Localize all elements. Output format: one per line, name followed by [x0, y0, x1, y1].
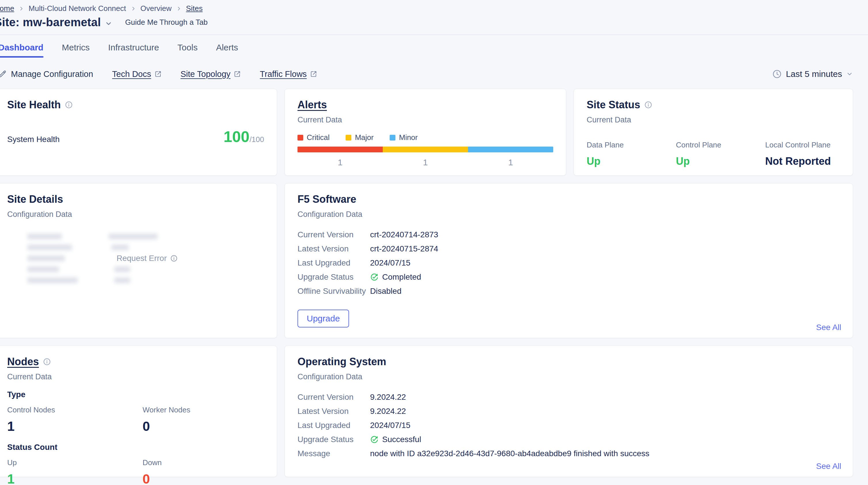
blurred-row — [7, 242, 264, 253]
see-all-link[interactable]: See All — [816, 462, 841, 471]
kv-label: Current Version — [298, 230, 370, 239]
kv-value: Disabled — [370, 286, 401, 296]
traffic-flows-label: Traffic Flows — [260, 69, 307, 79]
site-status-title: Site Status — [587, 99, 640, 111]
operating-system-title: Operating System — [298, 356, 386, 368]
blurred-label — [27, 244, 72, 250]
f5-software-title: F5 Software — [298, 193, 356, 205]
chevron-right-icon — [131, 6, 136, 11]
tab-alerts[interactable]: Alerts — [216, 42, 238, 58]
site-topology-link[interactable]: Site Topology — [181, 69, 241, 79]
info-icon[interactable] — [644, 101, 652, 109]
page-title: Site: mw-baremetal — [0, 16, 101, 29]
tab-label: Alerts — [216, 42, 238, 52]
status-label: Data Plane — [587, 141, 676, 149]
info-icon[interactable] — [43, 358, 51, 366]
kv-value: 9.2024.22 — [370, 393, 406, 402]
data-plane-status: Data Plane Up — [587, 141, 676, 167]
pencil-icon — [0, 70, 7, 78]
tab-tools[interactable]: Tools — [177, 42, 197, 58]
nodes-subtitle: Current Data — [7, 372, 264, 381]
card-title: F5 Software — [298, 193, 840, 205]
status-label: Control Plane — [676, 141, 765, 149]
tab-label: Infrastructure — [108, 42, 159, 52]
local-control-plane-status: Local Control Plane Not Reported — [765, 141, 840, 167]
critical-swatch-icon — [298, 135, 303, 141]
time-range-value: Last 5 minutes — [786, 69, 842, 79]
stat-value: 1 — [7, 419, 143, 434]
kv-row: Latest Version 9.2024.22 — [298, 404, 840, 418]
card-title: Site Status — [587, 99, 840, 111]
status-count-section-header: Status Count — [7, 443, 264, 452]
chevron-down-icon[interactable] — [105, 20, 112, 27]
header-divider — [0, 35, 868, 35]
traffic-flows-link[interactable]: Traffic Flows — [260, 69, 317, 79]
kv-label: Upgrade Status — [298, 272, 370, 282]
kv-row: Offline Survivability Disabled — [298, 284, 840, 298]
breadcrumb-home[interactable]: Home — [0, 4, 14, 13]
info-icon[interactable] — [170, 254, 178, 262]
chevron-right-icon — [19, 6, 24, 11]
kv-row: Current Version 9.2024.22 — [298, 390, 840, 404]
clock-icon — [772, 69, 782, 79]
kv-value: 9.2024.22 — [370, 407, 406, 416]
blurred-label — [27, 234, 62, 239]
guide-me-link[interactable]: Guide Me Through a Tab — [125, 18, 208, 27]
f5-software-card: F5 Software Configuration Data Current V… — [284, 183, 853, 338]
blurred-label — [27, 266, 59, 272]
upgrade-button[interactable]: Upgrade — [298, 310, 349, 328]
system-health-row: System Health 100/100 — [7, 128, 264, 146]
breadcrumb: Home Multi-Cloud Network Connect Overvie… — [0, 0, 868, 13]
operating-system-rows: Current Version 9.2024.22 Latest Version… — [298, 390, 840, 460]
legend-label: Major — [355, 133, 374, 142]
major-bar-segment[interactable] — [383, 147, 468, 152]
card-title: Nodes — [7, 356, 264, 368]
time-range-selector[interactable]: Last 5 minutes — [772, 69, 853, 79]
stat-label: Up — [7, 458, 143, 467]
breadcrumb-sites[interactable]: Sites — [186, 4, 203, 13]
nodes-title-link[interactable]: Nodes — [7, 356, 39, 368]
f5-software-rows: Current Version crt-20240714-2873 Latest… — [298, 228, 840, 298]
tab-label: Dashboard — [0, 42, 43, 52]
card-row-1: Site Health System Health 100/100 Alerts… — [0, 89, 853, 176]
blurred-label — [27, 255, 65, 261]
tech-docs-label: Tech Docs — [112, 69, 151, 79]
dashboard-grid: Site Health System Health 100/100 Alerts… — [0, 79, 868, 477]
alerts-title-link[interactable]: Alerts — [298, 99, 327, 111]
operating-system-subtitle: Configuration Data — [298, 372, 840, 381]
blurred-value — [112, 244, 129, 250]
major-count: 1 — [383, 157, 468, 167]
tab-infrastructure[interactable]: Infrastructure — [108, 42, 159, 58]
status-count-stats: Up 1 Down 0 — [7, 458, 264, 485]
info-icon[interactable] — [65, 101, 73, 109]
card-row-2: Site Details Configuration Data — [0, 183, 853, 338]
tab-dashboard[interactable]: Dashboard — [0, 42, 43, 58]
kv-row: Upgrade Status Successful — [298, 432, 840, 446]
blurred-value — [114, 277, 130, 283]
manage-configuration-button[interactable]: Manage Configuration — [0, 69, 93, 79]
site-health-card: Site Health System Health 100/100 — [0, 89, 277, 176]
f5-software-subtitle: Configuration Data — [298, 210, 840, 219]
critical-bar-segment[interactable] — [298, 147, 383, 152]
stat-label: Control Nodes — [7, 405, 143, 415]
stat-label: Worker Nodes — [143, 405, 264, 415]
minor-bar-segment[interactable] — [468, 147, 553, 152]
tech-docs-link[interactable]: Tech Docs — [112, 69, 161, 79]
kv-label: Offline Survivability — [298, 286, 370, 296]
kv-row: Last Upgraded 2024/07/15 — [298, 256, 840, 270]
kv-value: node with ID a32e923d-2d46-43d7-9680-ab4… — [370, 449, 649, 458]
see-all-link[interactable]: See All — [816, 323, 841, 332]
score-max: /100 — [249, 135, 264, 144]
site-topology-label: Site Topology — [181, 69, 231, 79]
kv-value: Successful — [370, 435, 421, 444]
minor-swatch-icon — [390, 135, 395, 141]
status-label: Local Control Plane — [765, 141, 840, 149]
site-health-title: Site Health — [7, 99, 61, 111]
tab-metrics[interactable]: Metrics — [62, 42, 90, 58]
alerts-card: Alerts Current Data Critical Major Minor — [284, 89, 566, 176]
tab-label: Tools — [177, 42, 197, 52]
card-title: Site Details — [7, 193, 264, 205]
tab-label: Metrics — [62, 42, 90, 52]
title-row: Site: mw-baremetal Guide Me Through a Ta… — [0, 16, 868, 29]
system-health-score: 100/100 — [223, 128, 264, 146]
